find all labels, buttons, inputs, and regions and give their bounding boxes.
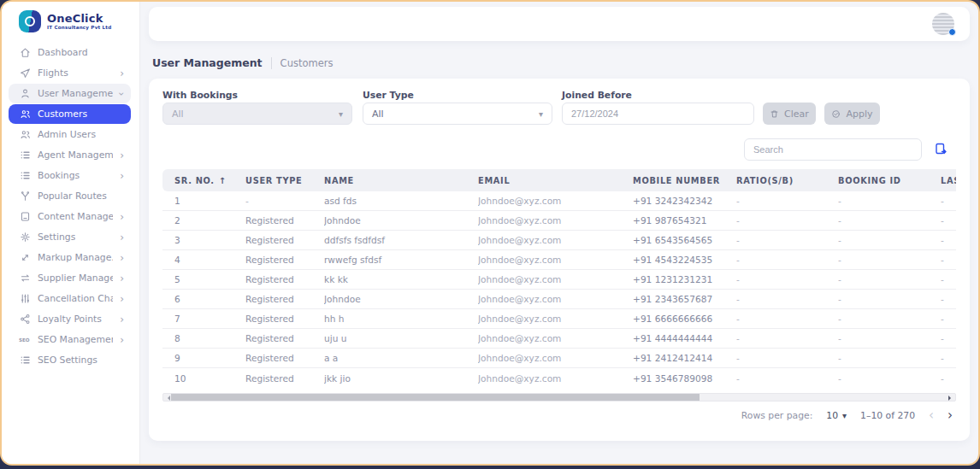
table-body: 1-asd fdsJohndoe@xyz.com+91 3242342342--… — [162, 191, 956, 388]
sidebar-item-admin-users[interactable]: Admin Users — [9, 125, 131, 144]
column-header-ratio-s-b[interactable]: RATIO(S/B) — [736, 176, 838, 185]
sidebar-item-cancellation-char[interactable]: Cancellation Char...› — [9, 289, 131, 308]
cell-booking-id: - — [838, 191, 941, 210]
search-input[interactable] — [744, 138, 922, 161]
cell-ratio-s-b: - — [736, 290, 838, 308]
cell-sr-no: 6 — [162, 290, 245, 308]
sidebar-item-customers[interactable]: Customers — [9, 104, 131, 124]
cell-las: - — [941, 231, 956, 249]
apply-button-label: Apply — [846, 108, 872, 120]
with-bookings-value: All — [172, 108, 184, 120]
sidebar-item-label: Admin Users — [38, 129, 96, 140]
with-bookings-label: With Bookings — [162, 90, 238, 101]
joined-before-input[interactable] — [562, 103, 754, 125]
table-header-row: SR. NO.↑USER TYPENAMEEMAILMOBILE NUMBERR… — [162, 169, 956, 191]
loyalty-icon — [19, 314, 31, 325]
cell-booking-id: - — [838, 309, 941, 328]
next-page-icon[interactable]: › — [948, 409, 953, 422]
column-header-las[interactable]: LAS — [941, 176, 956, 185]
with-bookings-select[interactable]: All — [162, 103, 352, 125]
sidebar-item-agent-managem[interactable]: Agent Managem...› — [9, 145, 131, 165]
cell-sr-no: 5 — [162, 270, 245, 289]
cell-las: - — [941, 211, 956, 230]
cell-user-type: Registered — [245, 270, 324, 289]
column-header-mobile-number[interactable]: MOBILE NUMBER — [633, 176, 736, 185]
cell-las: - — [941, 368, 956, 388]
sidebar-item-label: Content Manage... — [38, 211, 113, 222]
scrollbar-thumb[interactable] — [171, 394, 700, 401]
cell-name: a a — [324, 349, 478, 367]
sidebar-item-supplier-manage[interactable]: Supplier Manage...› — [9, 268, 131, 288]
sidebar-item-bookings[interactable]: Bookings› — [9, 166, 131, 185]
chevron-right-icon: › — [120, 150, 124, 161]
routes-icon — [19, 191, 31, 202]
cell-name: Johndoe — [324, 211, 478, 230]
cell-email: Johndoe@xyz.com — [478, 250, 633, 269]
joined-before-label: Joined Before — [562, 90, 632, 101]
sidebar-item-label: Settings — [38, 232, 75, 243]
sidebar-item-markup-manage[interactable]: Markup Manage...› — [9, 248, 131, 267]
cell-name: asd fds — [324, 191, 478, 210]
column-header-name[interactable]: NAME — [324, 176, 478, 185]
chevron-right-icon: › — [120, 294, 124, 304]
cell-user-type: Registered — [245, 250, 324, 269]
cell-sr-no: 3 — [162, 231, 245, 249]
markup-icon — [19, 252, 31, 264]
chevron-right-icon: › — [120, 253, 124, 263]
sidebar-item-dashboard[interactable]: Dashboard — [9, 43, 131, 62]
cell-name: rwwefg sfdsf — [324, 250, 478, 269]
cell-ratio-s-b: - — [736, 231, 838, 249]
table-row: 5Registeredkk kkJohndoe@xyz.com+91 12312… — [162, 270, 956, 290]
app-window: OneClick IT Consultancy Pvt Ltd Dashboar… — [0, 0, 980, 466]
apply-button[interactable]: Apply — [824, 103, 880, 125]
cell-las: - — [941, 250, 956, 269]
export-icon[interactable] — [932, 140, 949, 157]
cell-las: - — [941, 349, 956, 367]
chevron-right-icon: › — [120, 212, 124, 222]
scroll-right-icon[interactable] — [948, 396, 953, 401]
sidebar-item-label: Bookings — [38, 170, 80, 181]
clear-button[interactable]: Clear — [763, 103, 816, 125]
sidebar-item-label: SEO Management — [38, 334, 113, 345]
content-icon — [19, 211, 31, 223]
sidebar-item-label: Supplier Manage... — [38, 273, 113, 284]
supplier-icon — [19, 273, 31, 284]
online-status-dot — [948, 28, 956, 36]
cancellation-icon — [19, 293, 31, 305]
user-avatar[interactable] — [932, 13, 954, 35]
user-type-select[interactable]: All — [363, 103, 552, 125]
chevron-right-icon: › — [120, 68, 124, 79]
sidebar-item-popular-routes[interactable]: Popular Routes — [9, 186, 131, 206]
sidebar-item-flights[interactable]: Flights› — [9, 63, 131, 83]
rows-per-page-select[interactable]: 10 — [826, 410, 847, 421]
table-row: 6RegisteredJohndoeJohndoe@xyz.com+91 234… — [162, 290, 956, 309]
sidebar: OneClick IT Consultancy Pvt Ltd Dashboar… — [2, 2, 140, 464]
table-row: 1-asd fdsJohndoe@xyz.com+91 3242342342--… — [162, 191, 956, 211]
cell-mobile-number: +91 1231231231 — [633, 270, 736, 289]
cell-booking-id: - — [838, 231, 941, 249]
horizontal-scrollbar[interactable] — [162, 393, 956, 402]
scroll-left-icon[interactable] — [165, 396, 170, 401]
cell-sr-no: 8 — [162, 329, 245, 348]
previous-page-icon[interactable]: ‹ — [929, 409, 934, 422]
sidebar-item-seo-management[interactable]: SEOSEO Management› — [9, 330, 131, 349]
cell-user-type: Registered — [245, 231, 324, 249]
sidebar-item-seo-settings[interactable]: SEO Settings — [9, 350, 131, 370]
column-header-booking-id[interactable]: BOOKING ID — [838, 176, 941, 185]
bookings-icon — [19, 170, 31, 182]
column-header-email[interactable]: EMAIL — [478, 176, 633, 185]
table-row: 9Registereda aJohndoe@xyz.com+91 2412412… — [162, 349, 956, 368]
sidebar-item-content-manage[interactable]: Content Manage...› — [9, 207, 131, 226]
cell-email: Johndoe@xyz.com — [478, 329, 633, 348]
sidebar-item-label: SEO Settings — [38, 355, 97, 366]
sidebar-item-settings[interactable]: Settings› — [9, 227, 131, 247]
chevron-right-icon: › — [120, 335, 124, 345]
sidebar-item-loyalty-points[interactable]: Loyalty Points› — [9, 309, 131, 329]
sidebar-item-user-management[interactable]: User Management› — [9, 84, 131, 103]
customers-table: SR. NO.↑USER TYPENAMEEMAILMOBILE NUMBERR… — [162, 169, 956, 388]
cell-name: hh h — [324, 309, 478, 328]
user-type-label: User Type — [363, 90, 414, 101]
sidebar-item-label: Loyalty Points — [38, 314, 102, 325]
column-header-user-type[interactable]: USER TYPE — [245, 176, 324, 185]
column-header-sr-no[interactable]: SR. NO.↑ — [162, 176, 245, 185]
